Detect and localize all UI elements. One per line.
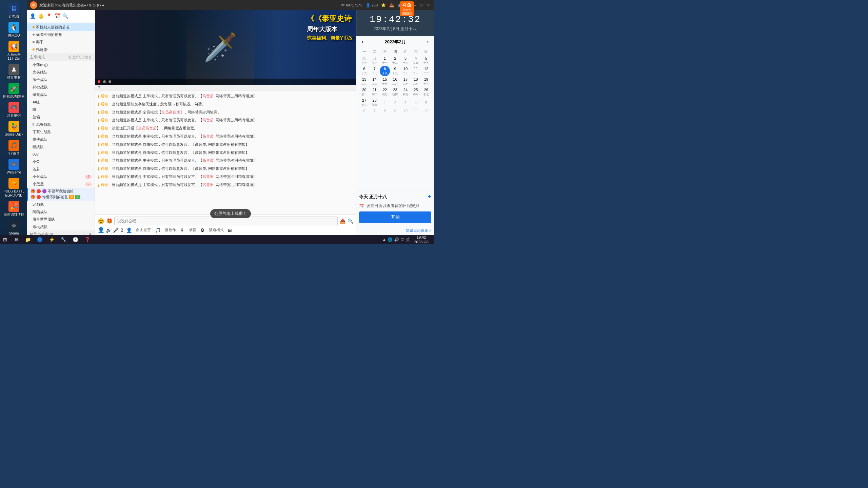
close-button[interactable]: ✕ (425, 2, 431, 8)
pigdao-office-header[interactable]: 猪导办公室(6) ▼ (27, 230, 95, 235)
desktop-icon-gooseduck[interactable]: 🦆 Goose Duck (2, 120, 26, 138)
user-icon[interactable]: 👤 (30, 13, 35, 19)
channel-item[interactable]: 不找别人借钱的若若 (27, 23, 95, 31)
cal-day[interactable]: 1十一 (380, 55, 390, 66)
channel-item[interactable]: 丁茶仁战队 (27, 128, 95, 136)
mic-btn[interactable]: 🎤 (113, 227, 119, 233)
taskbar-clock[interactable]: 19:42 2023/2/8 (411, 235, 431, 244)
location-icon[interactable]: 📍 (46, 13, 52, 19)
cal-day[interactable]: 2十二 (390, 55, 400, 66)
taskbar-app-folder[interactable]: 📁 (22, 236, 34, 243)
channel-mode-btn[interactable]: 频道模式 (206, 227, 226, 233)
cal-day[interactable]: 28初九 (369, 97, 379, 108)
cal-day[interactable]: 18二八 (411, 76, 421, 87)
channel-item[interactable]: 小幺战队 (1) (27, 173, 95, 180)
channel-item[interactable]: 东eg战队 (27, 223, 95, 230)
channel-item[interactable]: 咀 (27, 106, 95, 113)
channel-item[interactable]: 托超盛· (27, 46, 95, 53)
cal-day[interactable]: 10二十 (400, 66, 411, 76)
cal-day[interactable]: 9十九 (390, 66, 400, 76)
cal-day[interactable]: 7十七 (369, 66, 379, 76)
gift-btn[interactable]: 🎁 (106, 218, 112, 224)
channel-item[interactable]: 阿猫战队 (27, 208, 95, 216)
cal-day[interactable]: 5十五 (421, 55, 431, 66)
channel-item[interactable]: AI组 (27, 98, 95, 106)
cal-day[interactable]: 12 (421, 108, 431, 114)
start-menu-button[interactable]: ⊞ (0, 235, 10, 244)
channel-mode-header[interactable]: 主宰模式 管理员可以发言 (27, 53, 95, 61)
search-icon[interactable]: 🔍 (62, 13, 68, 19)
cal-day[interactable]: 3十三 (400, 55, 411, 66)
search-chat-icon[interactable]: 🔍 (348, 218, 353, 224)
free-speech-btn[interactable]: 自由发言 (133, 227, 154, 233)
desktop-icon-live[interactable]: 🎮 沙直播销 (2, 101, 26, 119)
cal-day[interactable]: 6十六 (359, 66, 369, 76)
record-btn[interactable]: 录音 (186, 227, 199, 233)
settings-icon[interactable]: ⚙ (200, 227, 205, 233)
desktop-icon-pubg[interactable]: 🔫 PUBG BATTLEGROUND (2, 177, 26, 199)
cal-day-today[interactable]: 8十八 (380, 66, 390, 76)
start-button[interactable]: 开始 (359, 211, 431, 223)
calendar-settings-link[interactable]: 隐藏日历设置 > (356, 226, 434, 235)
desktop-icon-computer[interactable]: 🖥 此电脑 (2, 2, 26, 20)
cal-day[interactable]: 27初八 (359, 97, 369, 108)
desktop-icon-pummel[interactable]: 🎉 基调调对话框 (2, 200, 26, 218)
cal-day[interactable]: 13二三 (359, 76, 369, 87)
cal-day[interactable]: 21初二 (369, 87, 379, 97)
share-icon[interactable]: 📤 (389, 3, 394, 7)
tray-volume-icon[interactable]: 🔊 (394, 237, 399, 242)
cal-day[interactable]: 22初三 (380, 87, 390, 97)
cal-day[interactable]: 24初五 (400, 87, 411, 97)
cal-day[interactable]: 16二六 (390, 76, 400, 87)
collapse-icon[interactable]: ▼ (88, 232, 92, 235)
tray-security-icon[interactable]: 🛡 (400, 237, 405, 242)
channel-item[interactable]: 叶老爷战队 (27, 121, 95, 128)
desktop-icon-yy[interactable]: 🎵 YY语音 (2, 139, 26, 157)
star-icon[interactable]: ⭐ (381, 3, 386, 7)
cal-day[interactable]: 1 (380, 97, 390, 108)
cal-day[interactable]: 9 (390, 108, 400, 114)
cal-next-btn[interactable]: › (425, 39, 431, 45)
cal-day[interactable]: 8 (380, 108, 390, 114)
channel-item[interactable]: 小薄(mg) (27, 61, 95, 68)
calendar-sidebar-icon[interactable]: 📅 (54, 13, 60, 19)
taskbar-app-clock[interactable]: 🕐 (70, 236, 81, 243)
cal-day[interactable]: 12二二 (421, 66, 431, 76)
maximize-button[interactable]: □ (418, 2, 425, 8)
notification-icon[interactable]: 🔔 (38, 13, 43, 19)
cal-day[interactable]: 3 (400, 97, 411, 108)
taskbar-app-explorer[interactable]: 🖥 (12, 236, 22, 243)
desktop-icon-wegame[interactable]: 🎮 WeGame (2, 158, 26, 176)
taskbar-app-help[interactable]: ❓ (82, 236, 93, 243)
taskbar-app-xunlei[interactable]: ⚡ (46, 236, 57, 243)
desktop-icon-notice[interactable]: 📢 人员公告11月2日 (2, 40, 26, 62)
channel-item[interactable]: 魔兽世界团队 (27, 216, 95, 223)
cal-day[interactable]: 6 (359, 108, 369, 114)
cal-day[interactable]: 14二四 (369, 76, 379, 87)
channel-item[interactable]: 沫子战队 (27, 76, 95, 83)
taskbar-app-360[interactable]: 🔵 (34, 236, 45, 243)
channel-item[interactable]: 若若 (27, 165, 95, 173)
desktop-icon-chess[interactable]: ♟ 棋盘电脑 (2, 63, 26, 81)
taskbar-app-driver[interactable]: 🔧 (58, 236, 69, 243)
cal-day[interactable]: 11 (411, 108, 421, 114)
cal-day[interactable]: 19十九 (421, 76, 431, 87)
channel-item[interactable]: 光头她队 (27, 68, 95, 76)
grid-icon[interactable]: ⊞ (228, 227, 232, 233)
channel-item[interactable]: 你懂不到的爸爸 (27, 31, 95, 38)
cal-day[interactable]: 2 (390, 97, 400, 108)
channel-item[interactable]: 椰子 (27, 38, 95, 46)
channel-item[interactable]: 伤侠战队 (27, 136, 95, 143)
channel-item[interactable]: 54战队 (27, 201, 95, 208)
cal-day[interactable]: 7 (369, 108, 379, 114)
channel-item[interactable]: 067 (27, 150, 95, 158)
volume-btn[interactable]: 🔊 (106, 227, 112, 233)
add-event-btn[interactable]: + (428, 193, 431, 200)
cal-day[interactable]: 31初一 (369, 55, 379, 66)
tray-network-icon[interactable]: 🌐 (388, 237, 393, 242)
upload-icon[interactable]: 📤 (340, 218, 346, 224)
cal-day[interactable]: 17二七 (400, 76, 411, 87)
cal-day[interactable]: 11二一 (411, 66, 421, 76)
cal-day[interactable]: 15十五 (380, 76, 390, 87)
channel-item[interactable]: 小黑屋 (2) (27, 180, 95, 188)
